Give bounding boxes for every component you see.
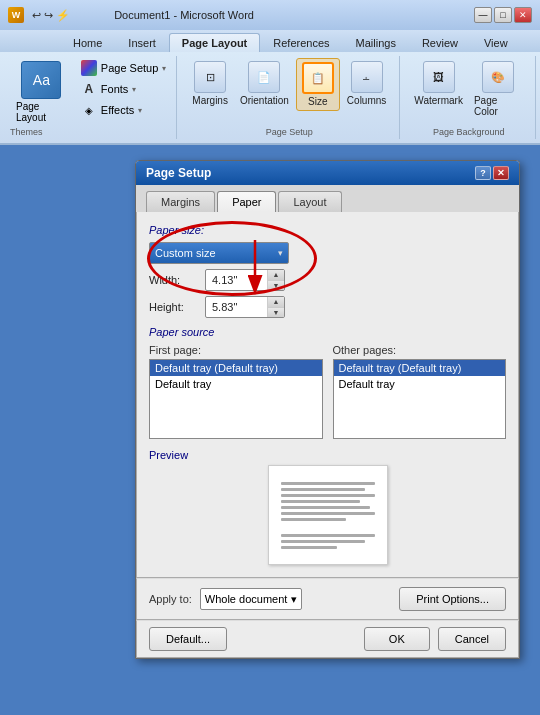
size-icon: 📋 <box>302 62 334 94</box>
preview-section: Preview <box>149 449 506 565</box>
themes-label: Page Layout <box>16 101 67 123</box>
apply-to-label: Apply to: <box>149 593 192 605</box>
paper-source-columns: First page: Default tray (Default tray) … <box>149 344 506 439</box>
colors-icon <box>81 60 97 76</box>
watermark-icon: 🖼 <box>423 61 455 93</box>
page-setup-group: ⊡ Margins 📄 Orientation 📋 Size ⫠ Columns… <box>179 56 400 139</box>
margins-button[interactable]: ⊡ Margins <box>187 58 233 109</box>
page-color-label: Page Color <box>474 95 522 117</box>
paper-size-section-label: Paper size: <box>149 224 506 236</box>
tab-insert[interactable]: Insert <box>115 33 169 52</box>
page-setup-dialog: Page Setup ? ✕ Margins Paper Layout Pape… <box>135 160 520 659</box>
preview-label: Preview <box>149 449 506 461</box>
fonts-button[interactable]: A Fonts ▾ <box>77 79 171 99</box>
height-row: Height: 5.83" ▲ ▼ <box>149 296 506 318</box>
cancel-button[interactable]: Cancel <box>438 627 506 651</box>
tab-review[interactable]: Review <box>409 33 471 52</box>
first-page-item-2[interactable]: Default tray <box>150 376 322 392</box>
apply-to-select[interactable]: Whole document ▾ <box>200 588 303 610</box>
width-label: Width: <box>149 274 199 286</box>
tab-page-layout[interactable]: Page Layout <box>169 33 260 52</box>
dialog-tab-margins[interactable]: Margins <box>146 191 215 212</box>
dialog-footer: Apply to: Whole document ▾ Print Options… <box>136 578 519 620</box>
width-increment-button[interactable]: ▲ <box>268 270 284 281</box>
width-decrement-button[interactable]: ▼ <box>268 281 284 291</box>
preview-line-11 <box>281 546 337 549</box>
other-pages-label: Other pages: <box>333 344 507 356</box>
margins-icon: ⊡ <box>194 61 226 93</box>
other-pages-item-2[interactable]: Default tray <box>334 376 506 392</box>
tab-references[interactable]: References <box>260 33 342 52</box>
fonts-dropdown-arrow: ▾ <box>132 85 136 94</box>
preview-line-6 <box>281 512 375 515</box>
tab-view[interactable]: View <box>471 33 521 52</box>
preview-line-1 <box>281 482 375 485</box>
watermark-button[interactable]: 🖼 Watermark <box>410 58 467 109</box>
paper-size-row: Custom size ▾ <box>149 242 506 264</box>
width-row: Width: 4.13" ▲ ▼ <box>149 269 506 291</box>
first-page-listbox[interactable]: Default tray (Default tray) Default tray <box>149 359 323 439</box>
page-color-icon: 🎨 <box>482 61 514 93</box>
width-value: 4.13" <box>206 274 267 286</box>
orientation-icon: 📄 <box>248 61 280 93</box>
columns-icon: ⫠ <box>351 61 383 93</box>
other-pages-col: Other pages: Default tray (Default tray)… <box>333 344 507 439</box>
app-icon: W <box>8 7 24 23</box>
dialog-tab-paper[interactable]: Paper <box>217 191 276 212</box>
page-background-icons: 🖼 Watermark 🎨 Page Color <box>410 58 527 120</box>
size-button[interactable]: 📋 Size <box>296 58 340 111</box>
height-value: 5.83" <box>206 301 267 313</box>
page-color-button[interactable]: 🎨 Page Color <box>469 58 527 120</box>
effects-label: Effects <box>101 104 134 116</box>
fonts-label: Fonts <box>101 83 129 95</box>
colors-label: Page Setup <box>101 62 159 74</box>
dialog-close-button[interactable]: ✕ <box>493 166 509 180</box>
dialog-help-button[interactable]: ? <box>475 166 491 180</box>
preview-content <box>281 482 375 549</box>
colors-button[interactable]: Page Setup ▾ <box>77 58 171 78</box>
tab-mailings[interactable]: Mailings <box>343 33 409 52</box>
ribbon-tabs: Home Insert Page Layout References Maili… <box>0 30 540 52</box>
page-setup-group-label: Page Setup <box>266 127 313 137</box>
other-pages-item-1[interactable]: Default tray (Default tray) <box>334 360 506 376</box>
first-page-item-1[interactable]: Default tray (Default tray) <box>150 360 322 376</box>
columns-button[interactable]: ⫠ Columns <box>342 58 391 109</box>
size-label: Size <box>308 96 327 107</box>
height-spinner-buttons: ▲ ▼ <box>267 297 284 317</box>
ok-cancel-buttons: OK Cancel <box>364 627 506 651</box>
window-controls: — □ ✕ <box>474 7 532 23</box>
maximize-button[interactable]: □ <box>494 7 512 23</box>
width-spinner[interactable]: 4.13" ▲ ▼ <box>205 269 285 291</box>
dialog-title-text: Page Setup <box>146 166 211 180</box>
orientation-button[interactable]: 📄 Orientation <box>235 58 294 109</box>
minimize-button[interactable]: — <box>474 7 492 23</box>
paper-source-section: Paper source First page: Default tray (D… <box>149 326 506 439</box>
close-button[interactable]: ✕ <box>514 7 532 23</box>
height-spinner[interactable]: 5.83" ▲ ▼ <box>205 296 285 318</box>
paper-size-select[interactable]: Custom size ▾ <box>149 242 289 264</box>
default-button[interactable]: Default... <box>149 627 227 651</box>
other-pages-listbox[interactable]: Default tray (Default tray) Default tray <box>333 359 507 439</box>
height-decrement-button[interactable]: ▼ <box>268 308 284 318</box>
apply-to-dropdown-arrow: ▾ <box>291 593 297 606</box>
height-increment-button[interactable]: ▲ <box>268 297 284 308</box>
first-page-label: First page: <box>149 344 323 356</box>
preview-line-10 <box>281 540 366 543</box>
first-page-col: First page: Default tray (Default tray) … <box>149 344 323 439</box>
themes-icon: Aa <box>21 61 61 99</box>
tab-home[interactable]: Home <box>60 33 115 52</box>
print-options-button[interactable]: Print Options... <box>399 587 506 611</box>
effects-button[interactable]: ◈ Effects ▾ <box>77 100 171 120</box>
quick-access-toolbar: ↩ ↪ ⚡ <box>32 9 70 22</box>
width-spinner-buttons: ▲ ▼ <box>267 270 284 290</box>
themes-group-label: Themes <box>10 127 43 137</box>
ribbon: Aa Page Layout Page Setup ▾ A Fonts ▾ <box>0 52 540 145</box>
dialog-tab-layout[interactable]: Layout <box>278 191 341 212</box>
preview-line-2 <box>281 488 366 491</box>
main-content: Page Setup ? ✕ Margins Paper Layout Pape… <box>0 145 540 715</box>
columns-label: Columns <box>347 95 386 106</box>
window-title: Document1 - Microsoft Word <box>114 9 254 21</box>
effects-dropdown-arrow: ▾ <box>138 106 142 115</box>
themes-button[interactable]: Aa Page Layout <box>10 58 73 126</box>
ok-button[interactable]: OK <box>364 627 430 651</box>
